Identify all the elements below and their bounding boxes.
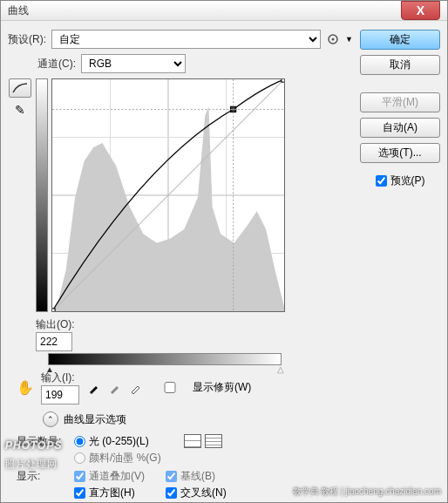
curves-graph[interactable] [51,78,285,312]
cancel-button[interactable]: 取消 [360,55,440,75]
titlebar[interactable]: 曲线 X [1,1,447,21]
dialog-title: 曲线 [1,3,401,18]
svg-rect-9 [52,309,55,311]
svg-rect-10 [282,79,284,82]
curves-dialog: 曲线 X 预设(R): 自定 ▼ 通道(C): RGB [0,0,448,503]
white-eyedropper-icon[interactable] [128,380,144,396]
channel-overlay-checkbox[interactable]: 通道叠加(V) [74,469,145,484]
black-eyedropper-icon[interactable] [86,380,102,396]
histogram-checkbox[interactable]: 直方图(H) [74,486,145,500]
amount-label: 显示数量: [17,434,69,449]
preset-menu-icon[interactable] [326,32,340,46]
chevron-down-icon[interactable]: ▼ [345,35,353,44]
show-clipping-checkbox[interactable]: 显示修剪(W) [151,380,251,395]
svg-point-1 [332,38,335,41]
preset-label: 预设(R): [8,32,46,47]
hand-tool-icon[interactable]: ✋ [17,379,34,396]
pigment-radio[interactable]: 颜料/油墨 %(G) [74,451,161,466]
baseline-checkbox[interactable]: 基线(B) [166,469,227,484]
channel-label: 通道(C): [37,57,76,71]
expand-options-button[interactable]: ⌃ [43,411,58,427]
show-label: 显示: [17,469,69,484]
options-button[interactable]: 选项(T)... [360,143,440,163]
preview-checkbox[interactable]: 预览(P) [360,173,440,188]
pencil-tool-button[interactable]: ✎ [15,103,25,117]
smooth-button[interactable]: 平滑(M) [360,92,440,112]
channel-select[interactable]: RGB [81,54,186,73]
ok-button[interactable]: 确定 [360,30,440,50]
shadow-slider[interactable]: ▲ [45,364,54,374]
grid-fine-icon[interactable] [205,434,222,448]
auto-button[interactable]: 自动(A) [360,118,440,138]
output-input[interactable] [36,332,72,351]
input-gradient[interactable]: ▲ △ [48,353,282,365]
expand-label: 曲线显示选项 [64,412,126,427]
output-label: 输出(O): [36,317,75,332]
preset-select[interactable]: 自定 [51,30,321,49]
light-radio[interactable]: 光 (0-255)(L) [74,434,161,449]
output-gradient [36,78,48,312]
grid-coarse-icon[interactable] [184,434,201,448]
gray-eyedropper-icon[interactable] [107,380,123,396]
curve-tool-button[interactable] [9,78,31,98]
close-button[interactable]: X [401,1,440,20]
highlight-slider[interactable]: △ [277,364,284,374]
input-input[interactable] [41,385,79,404]
intersection-checkbox[interactable]: 交叉线(N) [166,486,227,500]
